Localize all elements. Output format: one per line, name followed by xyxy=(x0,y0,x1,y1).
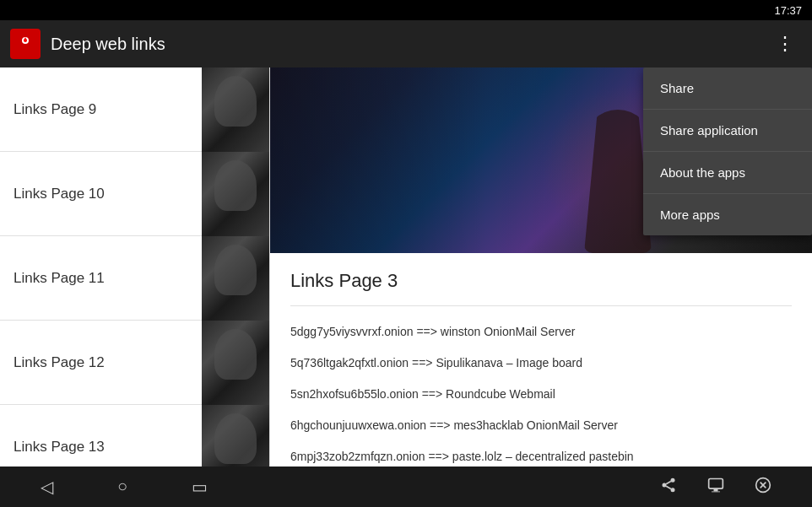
thumbnail-page10 xyxy=(202,152,269,236)
menu-item-share-application[interactable]: Share application xyxy=(643,110,812,152)
link-entry-2[interactable]: 5sn2hxofsu6b55lo.onion ==> Roundcube Web… xyxy=(290,386,792,403)
link-entry-3[interactable]: 6hgchounjuuwxewa.onion ==> mes3hacklab O… xyxy=(290,417,792,434)
nav-center: ◁ ○ ▭ xyxy=(34,470,214,504)
svg-rect-8 xyxy=(714,488,718,491)
home-button[interactable]: ○ xyxy=(111,470,134,504)
close-icon[interactable] xyxy=(748,470,778,504)
status-bar: 17:37 xyxy=(0,0,812,20)
dropdown-menu: Share Share application About the apps M… xyxy=(643,67,812,235)
thumbnail-page9 xyxy=(202,67,269,152)
main-content: Links Page 9 Links Page 10 Links Page 11… xyxy=(0,67,812,467)
app-bar: Deep web links ⋮ xyxy=(0,20,812,67)
content-area: Links Page 3 5dgg7y5viysvvrxf.onion ==> … xyxy=(270,67,812,467)
link-entry-0[interactable]: 5dgg7y5viysvvrxf.onion ==> winston Onion… xyxy=(290,323,792,341)
thumbnail-page11 xyxy=(202,236,269,321)
nav-bar: ◁ ○ ▭ xyxy=(0,467,812,507)
page-content: Links Page 3 5dgg7y5viysvvrxf.onion ==> … xyxy=(270,253,812,467)
app-title: Deep web links xyxy=(51,35,769,54)
menu-item-about-apps[interactable]: About the apps xyxy=(643,152,812,194)
svg-point-4 xyxy=(671,488,675,492)
sidebar: Links Page 9 Links Page 10 Links Page 11… xyxy=(0,67,270,467)
thumbnail-page12 xyxy=(202,321,269,405)
app-icon xyxy=(10,29,41,59)
thumbnail-page13 xyxy=(202,405,269,467)
share-nav-icon[interactable] xyxy=(653,470,684,504)
menu-item-share[interactable]: Share xyxy=(643,67,812,110)
svg-line-6 xyxy=(666,481,671,483)
overflow-menu-button[interactable]: ⋮ xyxy=(769,26,802,62)
clock: 17:37 xyxy=(774,4,802,17)
svg-line-5 xyxy=(666,486,671,488)
sidebar-item-page9[interactable]: Links Page 9 xyxy=(0,67,269,152)
link-entry-1[interactable]: 5q736ltgak2qfxtl.onion ==> Sipulikanava … xyxy=(290,354,792,372)
recent-apps-button[interactable]: ▭ xyxy=(185,470,214,504)
svg-point-3 xyxy=(663,483,667,487)
nav-right xyxy=(653,470,778,504)
menu-item-more-apps[interactable]: More apps xyxy=(643,194,812,235)
sidebar-item-page13[interactable]: Links Page 13 xyxy=(0,405,269,467)
link-entry-4[interactable]: 6mpj33zob2zmfqzn.onion ==> paste.lolz – … xyxy=(290,448,792,466)
divider xyxy=(290,305,792,306)
svg-rect-7 xyxy=(709,478,723,488)
page-heading: Links Page 3 xyxy=(290,270,792,292)
sidebar-item-page11[interactable]: Links Page 11 xyxy=(0,236,269,321)
svg-point-2 xyxy=(671,477,675,482)
svg-point-1 xyxy=(24,39,27,42)
svg-rect-9 xyxy=(712,491,720,492)
sidebar-item-page10[interactable]: Links Page 10 xyxy=(0,152,269,236)
screencast-icon[interactable] xyxy=(701,470,731,504)
sidebar-item-page12[interactable]: Links Page 12 xyxy=(0,321,269,405)
back-button[interactable]: ◁ xyxy=(34,470,60,504)
